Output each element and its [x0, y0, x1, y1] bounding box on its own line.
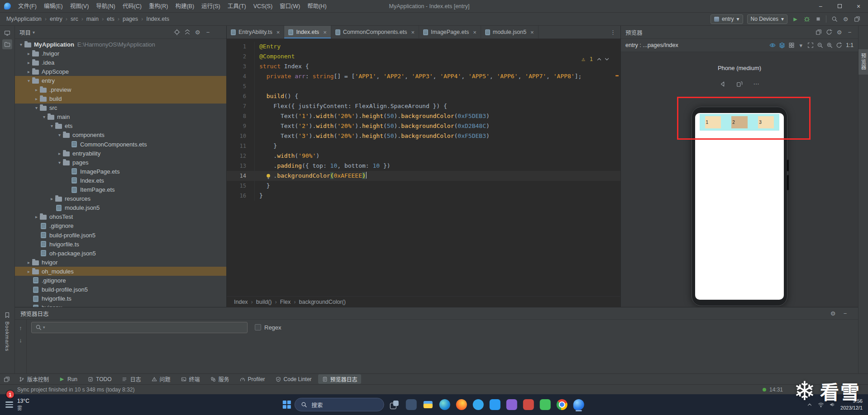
fit-icon[interactable] [806, 42, 814, 49]
code-line-3[interactable]: 3struct Index { [227, 61, 620, 71]
chevron-right-icon[interactable]: ▸ [56, 151, 63, 156]
breadcrumb-item[interactable]: ets [107, 16, 114, 22]
project-icon[interactable] [2, 39, 12, 49]
close-tab-icon[interactable]: × [323, 29, 327, 36]
toolwindow-button-服务[interactable]: 服务 [206, 374, 233, 384]
taskbar-app-edge[interactable] [438, 398, 451, 411]
taskbar-app-wechat[interactable] [538, 398, 552, 411]
toolwindow-button-版本控制[interactable]: 版本控制 [15, 374, 52, 384]
tree-item-hvigor[interactable]: ▸hvigor [15, 258, 226, 267]
code-line-8[interactable]: 8 Text('1').width('20%').height(50).back… [227, 111, 620, 121]
toolwindow-button-问题[interactable]: 问题 [148, 374, 174, 384]
taskbar-app-task-view[interactable] [387, 398, 401, 411]
tree-item-.preview[interactable]: ▸.preview [15, 85, 226, 94]
chevron-right-icon[interactable]: ▸ [25, 51, 32, 56]
tree-item-pages[interactable]: ▾pages [15, 158, 226, 167]
editor-tab-Index.ets[interactable]: Index.ets× [284, 26, 331, 38]
taskbar-app-widgets[interactable] [404, 398, 418, 411]
editor-tab-ImagePage.ets[interactable]: ImagePage.ets× [419, 26, 481, 38]
breadcrumb-item[interactable]: src [71, 16, 78, 22]
chevron-down-icon[interactable]: ▾ [18, 42, 24, 47]
editor-breadcrumb-item[interactable]: Index [234, 299, 248, 305]
menu-item[interactable]: 帮助(H) [304, 0, 330, 13]
taskbar-app-firefox[interactable] [454, 398, 468, 411]
editor-breadcrumb-item[interactable]: build() [256, 299, 272, 305]
orientation-icon[interactable] [736, 80, 744, 88]
stop-icon[interactable] [814, 15, 822, 23]
inspections-widget[interactable]: ⚠ 1 [580, 55, 610, 63]
refresh-icon[interactable] [825, 28, 833, 36]
code-line-2[interactable]: 2@Component [227, 52, 620, 61]
ellipsis-icon[interactable]: ⋯ [753, 80, 760, 88]
breadcrumb-item[interactable]: main [86, 16, 99, 22]
tree-item-.hvigor[interactable]: ▸.hvigor [15, 49, 226, 58]
taskbar-app-app-purple[interactable] [505, 398, 518, 411]
run-config-select[interactable]: entry ▾ [711, 14, 743, 24]
tree-item-build[interactable]: ▸build [15, 94, 226, 104]
editor-tab-module.json5[interactable]: module.json5× [481, 26, 539, 38]
kebab-icon[interactable]: ⋮ [609, 28, 617, 36]
tree-item-hvigorw[interactable]: hvigorw [15, 303, 226, 307]
chevron-right-icon[interactable]: ▸ [48, 196, 55, 201]
tree-item-module.json5[interactable]: module.json5 [15, 203, 226, 212]
code-line-16[interactable]: 16} [227, 191, 620, 201]
chevron-down-icon[interactable]: ▾ [56, 132, 63, 137]
minus-icon[interactable]: − [204, 28, 212, 36]
tree-item-Index.ets[interactable]: Index.ets [15, 176, 226, 185]
log-search-box[interactable]: ▾ [31, 322, 248, 333]
menu-item[interactable]: 窗口(W) [276, 0, 304, 13]
close-tab-icon[interactable]: × [411, 29, 415, 36]
zoom-out-icon[interactable] [816, 42, 824, 49]
tree-item-hvigorfile.ts[interactable]: hvigorfile.ts [15, 294, 226, 303]
minimize-icon[interactable]: − [811, 0, 830, 12]
toolwindow-button-预览器日志[interactable]: 预览器日志 [318, 374, 361, 384]
zoom-ratio-label[interactable]: 1:1 [846, 42, 854, 48]
menu-item[interactable]: 重构(R) [145, 0, 172, 13]
maximize-icon[interactable] [830, 0, 849, 12]
chevron-down-icon[interactable] [603, 55, 610, 63]
tree-item-.gitignore[interactable]: .gitignore [15, 222, 226, 231]
tree-item-entryability[interactable]: ▸entryability [15, 149, 226, 158]
taskbar-app-deveco-studio[interactable] [572, 398, 585, 411]
editor-breadcrumb-item[interactable]: Flex [280, 299, 291, 305]
chevron-down-icon[interactable]: ▾ [33, 105, 40, 110]
toolwindow-button-Run[interactable]: ▶Run [55, 375, 81, 383]
tree-item-ohosTest[interactable]: ▸ohosTest [15, 212, 226, 222]
close-icon[interactable]: × [849, 0, 868, 12]
collapse-icon[interactable] [183, 28, 191, 36]
tree-item-hvigorfile.ts[interactable]: hvigorfile.ts [15, 240, 226, 249]
stripe-tab-previewer[interactable]: 预览器 [858, 49, 868, 75]
tree-item-.gitignore[interactable]: .gitignore [15, 276, 226, 285]
tree-item-resources[interactable]: ▸resources [15, 194, 226, 203]
taskbar-app-messenger[interactable] [471, 398, 485, 411]
log-search-input[interactable] [46, 324, 244, 331]
tree-item-ImagePage.ets[interactable]: ImagePage.ets [15, 167, 226, 176]
float-icon[interactable] [853, 15, 861, 23]
regex-toggle[interactable]: Regex [255, 324, 281, 331]
breadcrumb-item[interactable]: MyApplication [6, 16, 42, 22]
zoom-in-icon[interactable] [825, 42, 833, 49]
dropdown-icon[interactable]: ▾ [797, 42, 805, 49]
editor-tab-EntryAbility.ts[interactable]: EntryAbility.ts× [227, 26, 284, 38]
breadcrumb-item[interactable]: pages [123, 16, 138, 22]
chevron-right-icon[interactable]: ▸ [25, 69, 32, 74]
grid-icon[interactable] [787, 42, 795, 49]
gear-icon[interactable]: ⚙ [194, 28, 201, 36]
search-icon[interactable] [830, 15, 838, 23]
notification-badge[interactable]: 1 [6, 391, 14, 398]
menu-item[interactable]: 运行(S) [198, 0, 224, 13]
menu-item[interactable]: 代码(C) [119, 0, 145, 13]
editor-tab-CommonComponents.ets[interactable]: CommonComponents.ets× [331, 26, 419, 38]
chevron-right-icon[interactable]: ▸ [33, 96, 40, 101]
taskbar-app-app-red[interactable] [521, 398, 535, 411]
chevron-right-icon[interactable]: ▸ [33, 87, 40, 92]
code-line-15[interactable]: 15 } [227, 181, 620, 191]
tree-item-oh-package.json5[interactable]: oh-package.json5 [15, 249, 226, 258]
minus-icon[interactable]: − [846, 28, 854, 36]
taskbar-app-file-explorer[interactable] [421, 398, 434, 411]
chevron-down-icon[interactable]: ▾ [41, 114, 48, 119]
menu-item[interactable]: VCS(S) [250, 0, 276, 13]
menu-item[interactable]: 文件(F) [14, 0, 40, 13]
taskbar-app-vscode[interactable] [488, 398, 501, 411]
rotate-icon[interactable] [835, 42, 843, 49]
